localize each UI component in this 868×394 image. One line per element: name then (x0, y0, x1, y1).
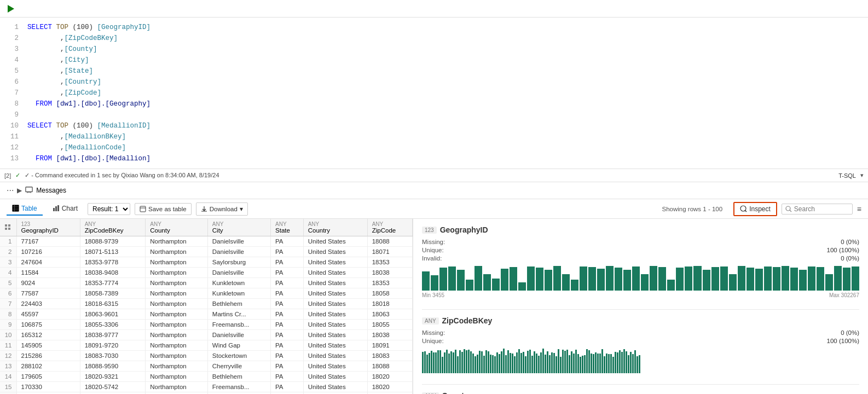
table-row: 5902418353-7774NorthamptonKunkletownPAUn… (0, 278, 413, 288)
histogram-zip (422, 349, 859, 373)
histogram-bar (575, 350, 577, 373)
histogram-bar (503, 349, 505, 373)
section-divider-1 (422, 309, 859, 310)
filter-button[interactable]: ≡ (857, 205, 861, 213)
save-as-table-button[interactable]: Save as table (135, 203, 192, 215)
histogram-bar (481, 351, 483, 373)
histogram-bar (593, 354, 594, 373)
histogram-geo (422, 266, 859, 291)
histogram-bar (536, 268, 543, 291)
col-name-geographyid: GeographyID (440, 225, 488, 234)
histogram-bar (580, 357, 581, 373)
histogram-bar (514, 356, 516, 373)
histogram-bar (448, 266, 456, 291)
histogram-bar (790, 268, 798, 291)
search-input[interactable] (794, 205, 849, 213)
inspect-panel: 123 GeographyID Missing: 0 (0%) Unique: … (413, 219, 868, 394)
col-header-geographyid: 123GeographyID (16, 219, 80, 236)
histogram-bar (634, 350, 636, 373)
inspect-button[interactable]: Inspect (733, 202, 777, 216)
histogram-bar (738, 266, 745, 291)
code-line-13: 13 FROM [dw1].[dbo].[Medallion] (0, 153, 868, 164)
result-select[interactable]: Result: 1 Result: 2 (88, 203, 130, 215)
table-row: 1417960518020-9321NorthamptonBethlehemPA… (0, 372, 413, 382)
histogram-bar (566, 350, 568, 373)
histogram-bar (501, 269, 508, 291)
histogram-bar (676, 268, 684, 291)
histogram-bar (433, 352, 435, 373)
histogram-bar (527, 351, 529, 373)
col-header-rownum (0, 219, 16, 236)
histogram-bar (617, 352, 618, 373)
table-row: 17716718088-9739NorthamptonDanielsvilleP… (0, 236, 413, 247)
table-row: 722440318018-6315NorthamptonBethlehemPAU… (0, 299, 413, 309)
histogram-bar (527, 266, 535, 291)
svg-rect-16 (5, 228, 7, 230)
chart-icon (53, 205, 60, 212)
histogram-bar (577, 354, 579, 373)
bar-chart-geographyid: Min 3455 Max 302267 (422, 266, 859, 298)
histogram-bar (466, 280, 473, 291)
histogram-bar (483, 274, 491, 291)
table-row: 210721618071-5113NorthamptonDanielsville… (0, 247, 413, 257)
histogram-bar (852, 266, 859, 291)
histogram-bar (492, 355, 494, 373)
chevron-down-icon[interactable]: ▾ (860, 172, 864, 179)
histogram-bar (604, 356, 605, 373)
svg-rect-14 (5, 224, 7, 227)
histogram-bar (525, 356, 526, 373)
code-line-12: 12 ,[MedallionCode] (0, 142, 868, 153)
svg-line-13 (790, 210, 791, 212)
histogram-bar (501, 351, 502, 373)
expand-icon[interactable]: ▶ (17, 187, 22, 194)
table-tab[interactable]: Table (7, 202, 43, 216)
histogram-bar (623, 270, 631, 291)
histogram-bar (523, 352, 524, 373)
histogram-bar (516, 352, 518, 373)
histogram-bar (773, 267, 780, 291)
code-line-5: 5 ,[State] (0, 66, 868, 77)
code-editor: 1 SELECT TOP (100) [GeographyID] 2 ,[Zip… (0, 18, 868, 169)
histogram-bar (606, 266, 614, 291)
inspect-icon (740, 205, 747, 212)
histogram-bar (608, 354, 610, 373)
histogram-bar (808, 266, 815, 291)
status-check-icon: ✓ (15, 172, 20, 179)
col-header-county: ANYCounty (146, 219, 208, 236)
histogram-bar (591, 354, 592, 373)
histogram-bar (632, 354, 634, 373)
language-label: T-SQL (838, 172, 856, 179)
histogram-bar (520, 353, 522, 373)
code-line-4: 4 ,[City] (0, 55, 868, 66)
histogram-bar (621, 352, 623, 373)
histogram-bar (435, 352, 437, 373)
histogram-bar (693, 266, 701, 291)
histogram-bar (569, 355, 570, 373)
download-button[interactable]: Download ▾ (196, 202, 248, 216)
histogram-bar (584, 355, 586, 373)
histogram-bar (529, 350, 531, 373)
histogram-bar (580, 266, 587, 291)
histogram-bar (573, 354, 575, 373)
histogram-bar (782, 266, 789, 291)
code-line-9: 9 (0, 109, 868, 120)
table-row: 1221528618083-7030NorthamptonStockertown… (0, 351, 413, 361)
histogram-bar (597, 354, 599, 373)
histogram-bar (685, 266, 692, 291)
histogram-bar (477, 355, 478, 373)
histogram-bar (553, 353, 555, 373)
histogram-bar (468, 350, 470, 373)
histogram-bar (431, 351, 432, 373)
histogram-bar (729, 274, 737, 291)
histogram-bar (601, 349, 603, 373)
run-button[interactable] (4, 2, 18, 15)
bar-chart-zipcodebkey (422, 349, 859, 373)
chart-tab[interactable]: Chart (47, 202, 83, 216)
col-header-state: ANYState (271, 219, 304, 236)
ellipsis-button[interactable]: ··· (7, 186, 14, 195)
histogram-bar (490, 355, 491, 373)
histogram-bar (560, 357, 562, 373)
table-row: 1114590518091-9720NorthamptonWind GapPAU… (0, 340, 413, 351)
histogram-bar (545, 270, 552, 291)
histogram-bar (555, 356, 557, 373)
